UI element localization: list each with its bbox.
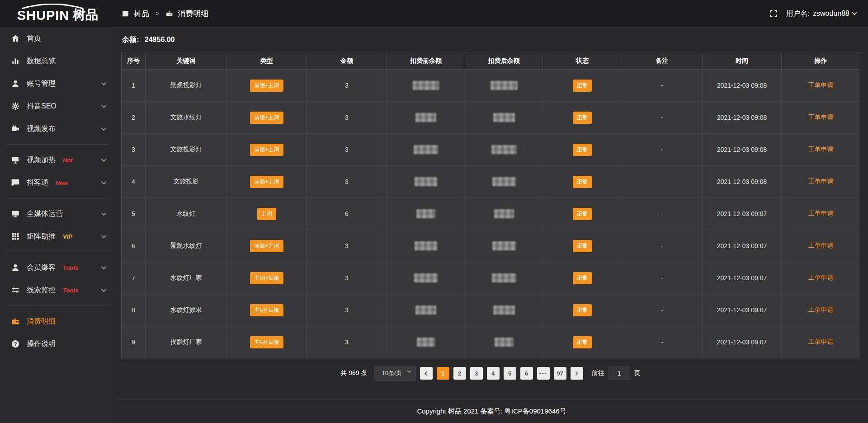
work-order-link[interactable]: 工单申请 (808, 210, 834, 217)
type-badge-cell: 主词+后缀 (227, 262, 307, 294)
table-row: 9投影灯厂家主词+后缀3正常-2021-12-03 09:07工单申请 (122, 326, 860, 358)
remark-cell: - (622, 102, 703, 134)
type-badge-cell: 主词 (227, 198, 307, 230)
row-index-cell: 1 (122, 70, 146, 102)
redacted-value (417, 338, 435, 347)
sidebar-item-6[interactable]: 视频加热Hot (0, 149, 115, 171)
sidebar-item-7[interactable]: 抖客通New (0, 171, 115, 194)
post-balance-redacted (465, 134, 543, 166)
prev-page-button[interactable] (420, 367, 433, 380)
more-pages-button[interactable]: ••• (537, 367, 550, 380)
sidebar-item-8[interactable]: 全媒体运营 (0, 202, 115, 225)
type-badge: 前缀+主词 (250, 144, 283, 156)
balance: 余额: 24856.00 (122, 35, 860, 45)
amount-cell: 3 (307, 326, 387, 358)
keyword-cell: 文旅投影灯 (146, 134, 227, 166)
column-header: 金额 (307, 52, 387, 70)
sidebar-item-9[interactable]: 矩阵助推VIP (0, 225, 115, 248)
action-cell: 工单申请 (782, 166, 860, 198)
status-cell: 正常 (543, 230, 622, 262)
chevron-down-icon (101, 179, 106, 184)
status-badge: 正常 (573, 112, 592, 124)
amount-cell: 3 (307, 102, 387, 134)
next-page-button[interactable] (571, 367, 583, 380)
breadcrumb-item-home[interactable]: 树品 (134, 9, 149, 19)
page-button-1[interactable]: 1 (437, 367, 449, 380)
status-cell: 正常 (543, 134, 622, 166)
work-order-link[interactable]: 工单申请 (808, 81, 834, 89)
sidebar-item-3[interactable]: 账号管理 (0, 72, 115, 95)
sidebar-item-badge: VIP (63, 233, 72, 240)
sidebar-item-2[interactable]: 数据总览 (0, 50, 115, 72)
work-order-link[interactable]: 工单申请 (808, 113, 834, 121)
question-icon: ? (11, 339, 20, 348)
sidebar-item-label: 视频发布 (27, 124, 56, 134)
sidebar-item-13[interactable]: ?操作说明 (0, 333, 115, 355)
page-button-5[interactable]: 5 (504, 367, 516, 380)
sidebar-item-4[interactable]: 抖音SEO (0, 95, 115, 118)
table-row: 6景观水纹灯前缀+主词3正常-2021-12-03 09:07工单申请 (122, 230, 860, 262)
column-header: 类型 (227, 52, 307, 70)
status-cell: 正常 (543, 294, 622, 326)
status-badge: 正常 (573, 176, 592, 188)
status-cell: 正常 (543, 198, 622, 230)
column-header: 序号 (122, 52, 146, 70)
goto-page-input[interactable] (609, 367, 630, 380)
sidebar-item-5[interactable]: 视频发布 (0, 118, 115, 140)
monitor-icon (11, 209, 20, 218)
logo-text-en: SHUPIN (17, 8, 70, 23)
work-order-link[interactable]: 工单申请 (808, 178, 834, 185)
work-order-link[interactable]: 工单申请 (808, 242, 834, 249)
sidebar-item-badge: Tools (63, 287, 78, 294)
sidebar-item-12[interactable]: 消费明细 (0, 310, 115, 333)
pre-balance-redacted (387, 262, 465, 294)
sidebar-item-11[interactable]: 线索监控Tools (0, 279, 115, 301)
post-balance-redacted (465, 102, 543, 134)
sidebar-item-1[interactable]: 首页 (0, 27, 115, 50)
post-balance-redacted (465, 198, 543, 230)
footer: Copyright 树品 2021 备案号: 粤ICP备09019646号 (115, 400, 868, 423)
fullscreen-icon[interactable] (769, 9, 778, 18)
column-header: 扣费后余额 (465, 52, 543, 70)
time-cell: 2021-12-03 09:08 (703, 70, 782, 102)
sidebar-item-badge: New (56, 179, 68, 186)
page-button-6[interactable]: 6 (520, 367, 533, 380)
redacted-value (415, 306, 436, 315)
status-badge: 正常 (573, 304, 592, 316)
table-header-row: 序号关键词类型金额扣费前余额扣费后余额状态备注时间操作 (122, 52, 860, 70)
work-order-link[interactable]: 工单申请 (808, 146, 834, 153)
post-balance-redacted (465, 230, 543, 262)
amount-cell: 3 (307, 70, 387, 102)
sidebar-item-label: 抖音SEO (27, 102, 57, 111)
sidebar-item-10[interactable]: 会员爆客Tools (0, 256, 115, 279)
page-button-2[interactable]: 2 (453, 367, 466, 380)
sidebar-item-label: 首页 (27, 34, 41, 43)
column-header: 扣费前余额 (387, 52, 465, 70)
wallet-icon (11, 317, 20, 326)
remark-cell: - (622, 134, 703, 166)
status-badge: 正常 (573, 144, 592, 156)
sidebar-item-label: 消费明细 (27, 317, 56, 326)
page-button-3[interactable]: 3 (470, 367, 483, 380)
chevron-down-icon (101, 233, 106, 238)
status-badge: 正常 (573, 240, 592, 252)
action-cell: 工单申请 (782, 70, 860, 102)
type-badge-cell: 主词+后缀 (227, 294, 307, 326)
user-icon (11, 79, 20, 88)
page-button-97[interactable]: 97 (554, 367, 566, 380)
page-button-4[interactable]: 4 (487, 367, 500, 380)
work-order-link[interactable]: 工单申请 (808, 274, 834, 281)
goto-label: 前往 (592, 369, 604, 377)
redacted-value (492, 273, 516, 282)
page-size-select[interactable]: 10条/页 (374, 366, 416, 381)
work-order-link[interactable]: 工单申请 (808, 338, 834, 345)
type-badge: 主词+后缀 (250, 272, 283, 284)
home-icon (11, 34, 20, 43)
amount-cell: 3 (307, 134, 387, 166)
chevron-down-icon (101, 287, 106, 292)
work-order-link[interactable]: 工单申请 (808, 306, 834, 313)
pre-balance-redacted (387, 198, 465, 230)
type-badge-cell: 前缀+主词 (227, 102, 307, 134)
user-menu[interactable]: 用户名: zswodun88 (786, 9, 856, 19)
logo-arc (19, 4, 86, 9)
